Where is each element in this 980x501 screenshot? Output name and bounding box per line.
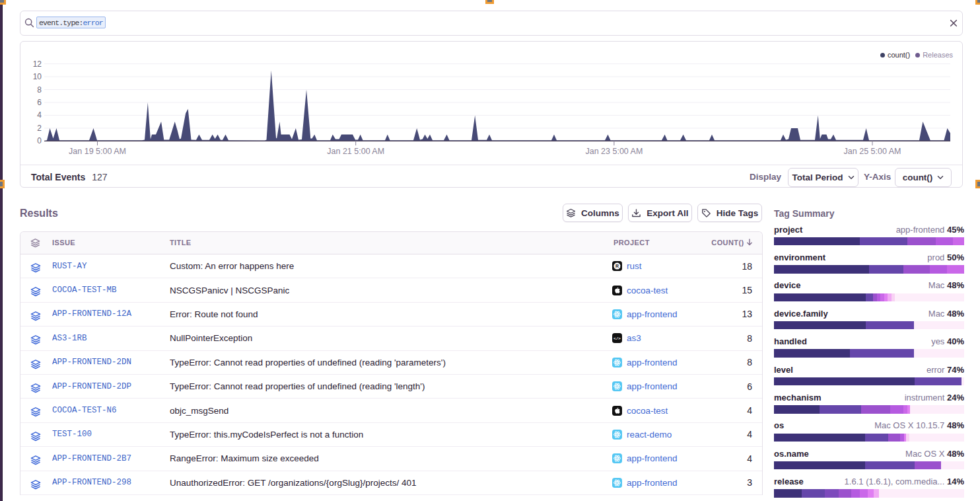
svg-text:R: R	[615, 264, 619, 269]
svg-text:6: 6	[37, 98, 42, 107]
svg-text:12: 12	[33, 59, 42, 69]
svg-text:0: 0	[37, 136, 42, 145]
svg-text:10: 10	[33, 72, 42, 81]
svg-text:Jan 21 5:00 AM: Jan 21 5:00 AM	[327, 147, 384, 156]
svg-text:Jan 25 5:00 AM: Jan 25 5:00 AM	[844, 147, 901, 156]
svg-text:4: 4	[37, 110, 42, 120]
svg-text:8: 8	[37, 85, 42, 95]
svg-text:2: 2	[37, 124, 42, 133]
svg-text:Jan 19 5:00 AM: Jan 19 5:00 AM	[69, 147, 126, 156]
svg-text:Jan 23 5:00 AM: Jan 23 5:00 AM	[585, 147, 643, 156]
svg-text:</>: </>	[613, 336, 621, 341]
